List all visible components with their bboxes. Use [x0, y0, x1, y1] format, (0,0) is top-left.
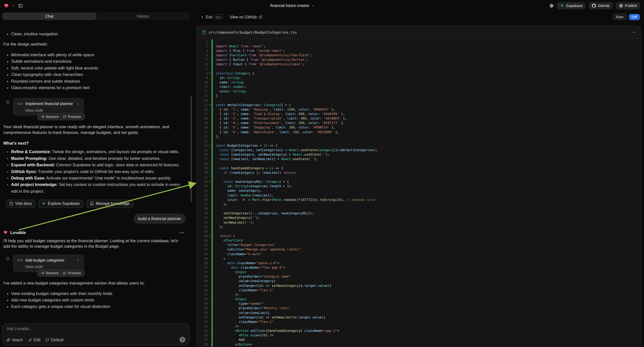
code-line: 8interface Category {	[197, 71, 641, 76]
raw-toggle-button[interactable]: Raw	[613, 14, 626, 20]
send-button[interactable]	[180, 337, 185, 342]
view-code-link[interactable]: View code	[25, 264, 80, 269]
lovable-logo-heart-icon[interactable]	[4, 3, 9, 8]
list-item: Debug with Ease: Activate our experiment…	[3, 175, 186, 181]
code-text: ];	[213, 134, 220, 139]
fold-chevron-icon	[208, 102, 212, 107]
chevron-up-icon[interactable]	[632, 30, 636, 34]
code-text: placeholder="Category name"	[213, 274, 291, 279]
line-number: 54	[197, 279, 208, 283]
restore-button[interactable]: ↺ Restore	[41, 114, 59, 118]
diff-toggle-button[interactable]: Diff	[628, 14, 640, 20]
gutter-spacer	[208, 184, 212, 188]
code-text: setCategories([...categories, newCategor…	[213, 211, 314, 216]
code-text: interface Category {	[213, 71, 254, 76]
code-text: };	[213, 202, 227, 206]
gutter-spacer	[208, 134, 212, 139]
exit-button[interactable]: Exit esc	[200, 14, 222, 20]
code-line: 14	[197, 98, 641, 102]
line-number: 36	[197, 198, 208, 202]
preview-button[interactable]: Preview	[63, 271, 81, 275]
line-number: 12	[197, 89, 208, 94]
line-number: 60	[197, 306, 208, 310]
view-code-link[interactable]: View code	[25, 108, 80, 112]
chat-input[interactable]	[6, 326, 185, 331]
manage-knowledge-button[interactable]: Manage knowledge	[86, 200, 134, 208]
bookmark-icon[interactable]	[6, 254, 10, 272]
line-number: 62	[197, 315, 208, 319]
line-number: 23	[197, 139, 208, 144]
code-text: const defaultCategories: Category[] = [	[213, 102, 291, 107]
line-number: 46	[197, 243, 208, 247]
esc-key-badge: esc	[214, 14, 222, 20]
file-header[interactable]: src/components/budget/BudgetCategories.t…	[197, 26, 641, 39]
tab-chat[interactable]: Chat	[2, 13, 96, 20]
line-number: 35	[197, 193, 208, 198]
code-line: 40 setNewCategory('');	[197, 216, 641, 220]
list-item: GitHub Sync: Transfer your project's cod…	[3, 168, 186, 175]
design-aesthetic-heading: For the design aesthetic:	[3, 42, 186, 47]
preview-button[interactable]: Preview	[63, 114, 81, 118]
assistant-sender-row: Lovable	[3, 230, 186, 235]
settings-gear-icon[interactable]	[550, 3, 554, 8]
code-line: 18 { id: '3', name: 'Transportation', li…	[197, 116, 641, 121]
code-editor-content[interactable]: 12import React from 'react';3import { Pl…	[197, 39, 641, 347]
chevron-left-icon	[200, 15, 204, 19]
gutter-spacer	[208, 175, 212, 180]
explore-supabase-button[interactable]: Explore Supabase	[38, 200, 84, 208]
version-actions-popover: ↺ Restore Preview	[37, 113, 85, 120]
version-card-add-budget-categories[interactable]: </> Add budget categories View code	[13, 254, 84, 272]
gutter-spacer	[208, 161, 212, 166]
code-text: { id: '2', name: 'Food & Dining', limit:…	[213, 112, 345, 116]
code-toolbar: Exit esc View on GitHub Raw Diff	[196, 11, 641, 23]
code-line: 26 const [newCategory, setNewCategory] =…	[197, 152, 641, 157]
attach-button[interactable]: Attach	[6, 337, 23, 342]
message-menu-icon[interactable]	[179, 232, 184, 233]
bookmark-icon[interactable]	[6, 98, 10, 115]
gutter-spacer	[208, 148, 212, 152]
line-number: 5	[197, 58, 208, 62]
code-text: const [categories, setCategories] = Reac…	[213, 148, 378, 152]
gutter-spacer	[208, 48, 212, 53]
chat-mode-selector[interactable]: Default	[46, 337, 64, 342]
chevron-down-icon[interactable]	[12, 4, 15, 7]
gutter-spacer	[208, 152, 212, 157]
code-line: 54 value={newCategory}	[197, 279, 641, 283]
tab-history[interactable]: History	[96, 13, 190, 20]
fold-chevron-icon	[208, 71, 212, 76]
line-number: 28	[197, 161, 208, 166]
edit-mode-button[interactable]: Edit	[28, 337, 40, 342]
code-text: <Input	[213, 297, 247, 302]
supabase-icon	[42, 202, 46, 205]
code-text: const [newLimit, setNewLimit] = React.us…	[213, 157, 318, 161]
code-line: 51 <div className="flex gap-4">	[197, 265, 641, 270]
view-on-github-link[interactable]: View on GitHub	[230, 15, 263, 19]
code-line: 31	[197, 175, 641, 180]
code-line: 9 id: string;	[197, 76, 641, 80]
supabase-button[interactable]: Supabase	[557, 2, 586, 9]
code-line: 61 value={newLimit}	[197, 310, 641, 315]
gutter-spacer	[208, 297, 212, 302]
code-text: />	[213, 292, 239, 297]
code-line: 59 type="number"	[197, 302, 641, 306]
github-button[interactable]: GitHub	[589, 2, 613, 9]
restore-icon: ↺	[41, 271, 44, 275]
restore-button[interactable]: ↺ Restore	[41, 271, 59, 275]
design-goals-list-partial: Clean, intuitive navigation	[3, 31, 186, 37]
chat-scrollbar-thumb[interactable]	[191, 96, 192, 202]
line-number: 20	[197, 125, 208, 130]
code-text: <div className="space-y-6">	[213, 261, 279, 265]
gutter-spacer	[208, 76, 212, 80]
publish-button[interactable]: Publish	[616, 2, 640, 9]
code-text: <Input	[213, 270, 247, 274]
assistant-intro: I'll help you add budget categories to t…	[3, 238, 186, 249]
chat-messages[interactable]: Clean, intuitive navigation For the desi…	[0, 30, 190, 322]
line-number: 50	[197, 261, 208, 265]
visit-docs-button[interactable]: Visit docs	[6, 200, 36, 208]
line-number: 37	[197, 202, 208, 206]
project-switcher[interactable]: financial-future-creator	[270, 3, 315, 8]
code-text: }	[213, 94, 218, 98]
toggle-sidebar-icon[interactable]	[18, 3, 23, 8]
code-text: const newCategoryObj: Category = {	[213, 180, 289, 184]
line-number: 41	[197, 220, 208, 224]
